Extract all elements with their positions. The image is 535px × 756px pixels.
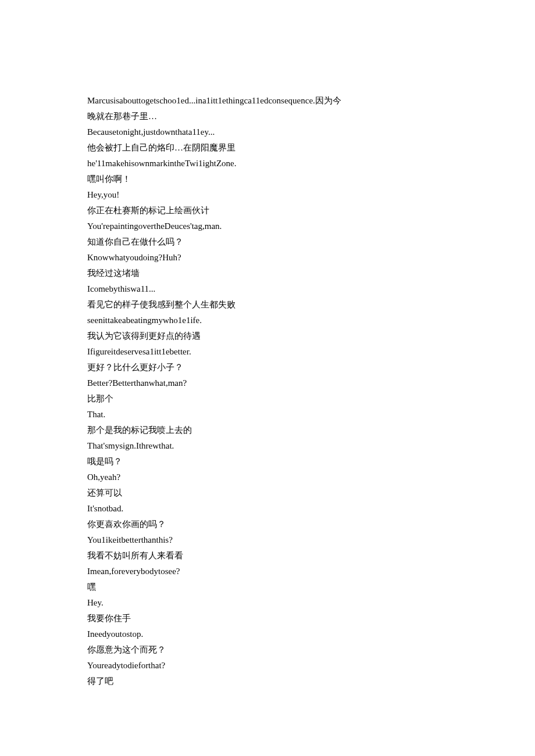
text-line: 我认为它该得到更好点的待遇: [87, 328, 448, 344]
text-line: Hey,you!: [87, 187, 448, 203]
text-line: 我看不妨叫所有人来看看: [87, 548, 448, 564]
text-line: 我要你住手: [87, 611, 448, 626]
text-line: 晚就在那巷子里…: [87, 109, 448, 124]
text-line: 他会被打上自己的烙印…在阴阳魔界里: [87, 140, 448, 156]
text-line: You1ikeitbetterthanthis?: [87, 532, 448, 548]
text-line: Knowwhatyoudoing?Huh?: [87, 250, 448, 266]
text-line: Oh,yeah?: [87, 470, 448, 485]
text-line: Marcusisabouttogetschoo1ed...ina1itt1eth…: [87, 93, 448, 109]
text-line: That.: [87, 407, 448, 422]
text-line: 还算可以: [87, 485, 448, 501]
text-line: 知道你自己在做什么吗？: [87, 234, 448, 250]
text-line: 你更喜欢你画的吗？: [87, 517, 448, 532]
text-line: Ifigureitdeservesa1itt1ebetter.: [87, 344, 448, 360]
text-line: he'11makehisownmarkintheTwi1ightZone.: [87, 156, 448, 171]
text-line: It'snotbad.: [87, 501, 448, 517]
text-line: 哦是吗？: [87, 454, 448, 470]
text-line: 得了吧: [87, 673, 448, 689]
text-line: seenittakeabeatingmywho1e1ife.: [87, 313, 448, 328]
text-line: 嘿: [87, 579, 448, 595]
text-line: 我经过这堵墙: [87, 266, 448, 281]
text-line: 更好？比什么更好小子？: [87, 360, 448, 375]
text-line: You'repaintingovertheDeuces'tag,man.: [87, 218, 448, 234]
text-line: Hey.: [87, 595, 448, 611]
text-line: 看见它的样子使我感到整个人生都失败: [87, 297, 448, 313]
text-line: 嘿叫你啊！: [87, 171, 448, 187]
text-line: That'smysign.Ithrewthat.: [87, 438, 448, 454]
document-content: Marcusisabouttogetschoo1ed...ina1itt1eth…: [87, 93, 448, 689]
text-line: 那个是我的标记我喷上去的: [87, 422, 448, 438]
text-line: Youreadytodieforthat?: [87, 658, 448, 673]
text-line: Ineedyoutostop.: [87, 626, 448, 642]
text-line: 比那个: [87, 391, 448, 407]
text-line: Icomebythiswa11...: [87, 281, 448, 297]
document-page: Marcusisabouttogetschoo1ed...ina1itt1eth…: [0, 0, 535, 747]
text-line: Better?Betterthanwhat,man?: [87, 375, 448, 391]
text-line: 你愿意为这个而死？: [87, 642, 448, 658]
text-line: 你正在杜赛斯的标记上绘画伙计: [87, 203, 448, 218]
text-line: Imean,foreverybodytosee?: [87, 564, 448, 579]
text-line: Becausetonight,justdownthata11ey...: [87, 124, 448, 140]
